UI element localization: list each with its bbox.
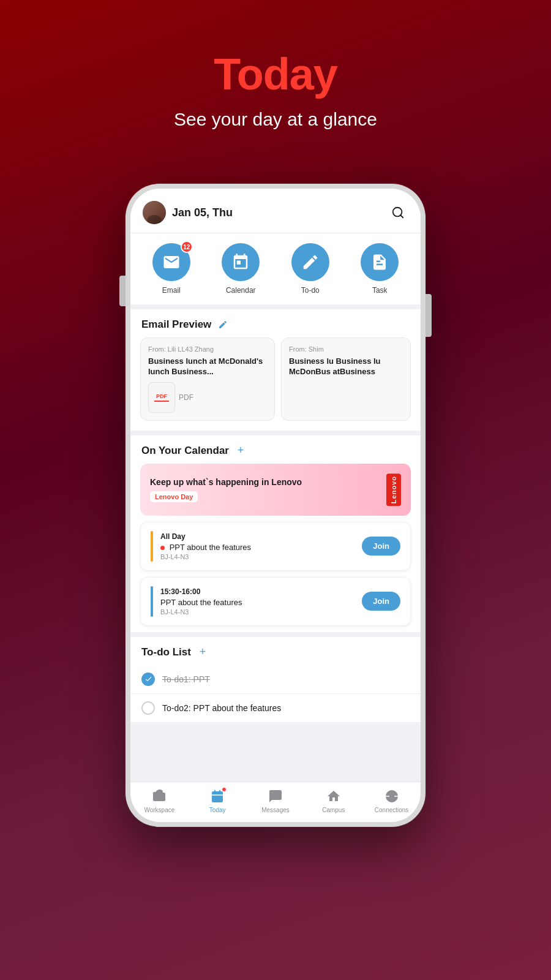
email-badge: 12 — [181, 241, 193, 253]
event-time-1: All Day — [160, 532, 354, 541]
lenovo-banner-title: Keep up what`s happening in Lenovo — [150, 477, 386, 487]
event-name-1: PPT about the features — [160, 543, 354, 552]
messages-icon — [268, 788, 283, 804]
todo-label: To-do — [301, 286, 320, 295]
email-scroll-area[interactable]: From: Lili LL43 Zhang Business lunch at … — [130, 337, 421, 431]
join-button-2[interactable]: Join — [362, 592, 400, 611]
event-name-2: PPT about the features — [160, 598, 354, 607]
date-display: Jan 05, Thu — [172, 206, 233, 219]
messages-nav-label: Messages — [261, 807, 290, 813]
join-button-1[interactable]: Join — [362, 537, 400, 556]
todo-check-1[interactable] — [141, 673, 155, 686]
lenovo-banner-text: Keep up what`s happening in Lenovo Lenov… — [150, 477, 386, 502]
add-todo-button[interactable]: + — [196, 646, 209, 659]
top-bar-left: Jan 05, Thu — [143, 201, 233, 224]
email-subject-2: Business lu Business lu McDonBus atBusin… — [289, 356, 403, 377]
workspace-nav-label: Workspace — [144, 807, 174, 813]
calendar-event-1[interactable]: All Day PPT about the features BJ-L4-N3 … — [140, 522, 411, 571]
today-icon — [209, 788, 225, 804]
nav-item-connections[interactable]: Connections — [362, 788, 421, 813]
nav-item-workspace[interactable]: Workspace — [130, 788, 189, 813]
svg-rect-2 — [212, 791, 223, 802]
nav-item-messages[interactable]: Messages — [247, 788, 305, 813]
email-from-2: From: Shim — [289, 345, 403, 353]
quick-item-task[interactable]: Task — [361, 243, 399, 295]
email-card-1[interactable]: From: Lili LL43 Zhang Business lunch at … — [140, 337, 275, 421]
search-button[interactable] — [388, 202, 408, 223]
page-subtitle: See your day at a glance — [0, 109, 551, 130]
lenovo-day-badge: Lenovo Day — [150, 491, 198, 502]
event-info-1: All Day PPT about the features BJ-L4-N3 — [160, 532, 354, 560]
campus-icon — [326, 788, 342, 804]
todo-uncheck-2[interactable] — [141, 701, 155, 715]
bottom-nav: Workspace Today — [130, 782, 421, 822]
email-preview-title: Email Preview — [141, 318, 211, 331]
phone-mockup: Jan 05, Thu 12 — [126, 184, 425, 827]
pdf-icon: PDF — [148, 382, 175, 413]
quick-item-calendar[interactable]: Calendar — [222, 243, 260, 295]
task-icon-wrap — [361, 243, 399, 281]
workspace-icon — [151, 788, 167, 804]
todo-icon — [301, 253, 320, 271]
calendar-icon-wrap — [222, 243, 260, 281]
avatar-image — [143, 201, 166, 224]
todo-item-2[interactable]: To-do2: PPT about the features — [130, 694, 421, 723]
todo-section: To-do List + To-do1: PPT To-do2: PPT abo… — [130, 637, 421, 723]
email-preview-header: Email Preview — [130, 309, 421, 337]
email-from-1: From: Lili LL43 Zhang — [148, 345, 267, 353]
avatar[interactable] — [143, 201, 166, 224]
event-location-1: BJ-L4-N3 — [160, 553, 354, 560]
page-title: Today — [0, 49, 551, 99]
quick-item-todo[interactable]: To-do — [291, 243, 329, 295]
email-attachment-1: PDF PDF — [148, 382, 267, 413]
pdf-label: PDF — [179, 393, 193, 402]
email-preview-section: Email Preview From: Lili LL43 Zhang Busi… — [130, 309, 421, 431]
phone-outer: Jan 05, Thu 12 — [126, 184, 425, 827]
todo-text-2: To-do2: PPT about the features — [162, 703, 281, 713]
calendar-section: On Your Calendar + Keep up what`s happen… — [130, 435, 421, 632]
lenovo-logo: Lenovo — [386, 473, 401, 506]
todo-icon-wrap — [291, 243, 329, 281]
connections-nav-label: Connections — [375, 807, 409, 813]
quick-access-bar: 12 Email Calendar — [130, 233, 421, 309]
event-stripe-2 — [151, 586, 153, 617]
lenovo-banner[interactable]: Keep up what`s happening in Lenovo Lenov… — [140, 464, 411, 516]
task-icon — [370, 253, 389, 271]
nav-item-today[interactable]: Today — [189, 788, 247, 813]
svg-point-7 — [389, 794, 394, 799]
today-nav-label: Today — [209, 807, 226, 813]
calendar-icon — [231, 253, 250, 271]
top-bar: Jan 05, Thu — [130, 189, 421, 233]
event-location-2: BJ-L4-N3 — [160, 608, 354, 616]
todo-item-1[interactable]: To-do1: PPT — [130, 665, 421, 694]
connections-icon — [384, 788, 400, 804]
task-label: Task — [372, 286, 388, 295]
email-label: Email — [162, 286, 181, 295]
phone-inner: Jan 05, Thu 12 — [130, 189, 421, 822]
email-icon — [162, 253, 181, 271]
email-subject-1: Business lunch at McDonald's lunch Busin… — [148, 356, 267, 377]
email-card-2[interactable]: From: Shim Business lu Business lu McDon… — [281, 337, 411, 421]
email-icon-wrap: 12 — [152, 243, 190, 281]
todo-section-title: To-do List — [141, 646, 191, 658]
app-content: Jan 05, Thu 12 — [130, 189, 421, 822]
event-dot-1 — [160, 546, 165, 550]
campus-nav-label: Campus — [322, 807, 345, 813]
add-calendar-button[interactable]: + — [234, 444, 247, 458]
todo-text-1: To-do1: PPT — [162, 674, 210, 684]
event-time-2: 15:30-16:00 — [160, 587, 354, 596]
event-stripe-1 — [151, 531, 153, 562]
header-section: Today See your day at a glance — [0, 0, 551, 154]
svg-line-1 — [400, 215, 403, 217]
email-edit-button[interactable] — [216, 318, 230, 331]
calendar-event-2[interactable]: 15:30-16:00 PPT about the features BJ-L4… — [140, 577, 411, 626]
quick-item-email[interactable]: 12 Email — [152, 243, 190, 295]
event-info-2: 15:30-16:00 PPT about the features BJ-L4… — [160, 587, 354, 616]
nav-item-campus[interactable]: Campus — [304, 788, 362, 813]
calendar-label: Calendar — [226, 286, 256, 295]
today-nav-dot — [222, 787, 227, 792]
calendar-section-header: On Your Calendar + — [130, 435, 421, 464]
calendar-section-title: On Your Calendar — [141, 445, 229, 457]
todo-section-header: To-do List + — [130, 637, 421, 665]
